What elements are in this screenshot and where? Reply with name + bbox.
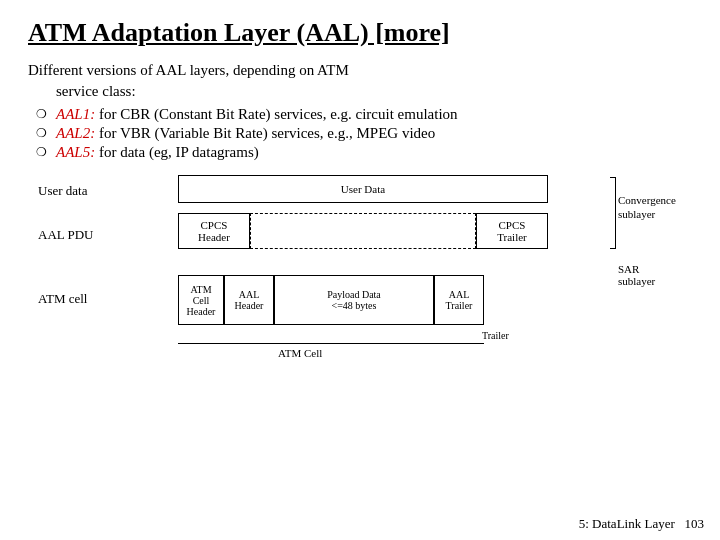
footer-chapter: 5: DataLink Layer (579, 516, 675, 531)
aal-pdu-label: AAL PDU (38, 227, 94, 243)
payload-box: Payload Data<=48 bytes (274, 275, 434, 325)
footer-page: 103 (685, 516, 705, 531)
user-data-box: User Data (178, 175, 548, 203)
atm-cell-bottom-label: ATM Cell (278, 347, 322, 359)
trailer-bottom-label: Trailer (482, 330, 509, 341)
aal1-text: for CBR (Constant Bit Rate) services, e.… (95, 106, 457, 122)
aal-trailer-box: AALTrailer (434, 275, 484, 325)
page-footer: 5: DataLink Layer 103 (579, 516, 704, 532)
page-title: ATM Adaptation Layer (AAL) [more] (28, 18, 692, 48)
user-data-label: User data (38, 183, 87, 199)
page: ATM Adaptation Layer (AAL) [more] Differ… (0, 0, 720, 540)
atm-cell-header-box: ATMCellHeader (178, 275, 224, 325)
aal1-label: AAL1: (56, 106, 95, 122)
intro-line2: service class: (56, 83, 692, 100)
convergence-bracket (610, 177, 616, 249)
aal2-text: for VBR (Variable Bit Rate) services, e.… (95, 125, 435, 141)
cpcs-payload-area (250, 213, 476, 249)
aal-header-box: AALHeader (224, 275, 274, 325)
diagram: User data User Data Convergencesublayer … (38, 175, 698, 395)
cpcs-trailer-box: CPCSTrailer (476, 213, 548, 249)
bullet-aal2: AAL2: for VBR (Variable Bit Rate) servic… (56, 125, 692, 142)
aal2-label: AAL2: (56, 125, 95, 141)
bullet-aal1: AAL1: for CBR (Constant Bit Rate) servic… (56, 106, 692, 123)
atm-cell-bottom-line (178, 343, 484, 344)
atm-cell-label: ATM cell (38, 291, 87, 307)
sar-sublayer-label: SARsublayer (618, 263, 655, 287)
cpcs-header-box: CPCS Header (178, 213, 250, 249)
aal5-label: AAL5: (56, 144, 95, 160)
convergence-sublayer-label: Convergencesublayer (618, 193, 676, 222)
intro-line1: Different versions of AAL layers, depend… (28, 62, 692, 79)
aal5-text: for data (eg, IP datagrams) (95, 144, 259, 160)
bullet-aal5: AAL5: for data (eg, IP datagrams) (56, 144, 692, 161)
bullet-list: AAL1: for CBR (Constant Bit Rate) servic… (56, 106, 692, 161)
